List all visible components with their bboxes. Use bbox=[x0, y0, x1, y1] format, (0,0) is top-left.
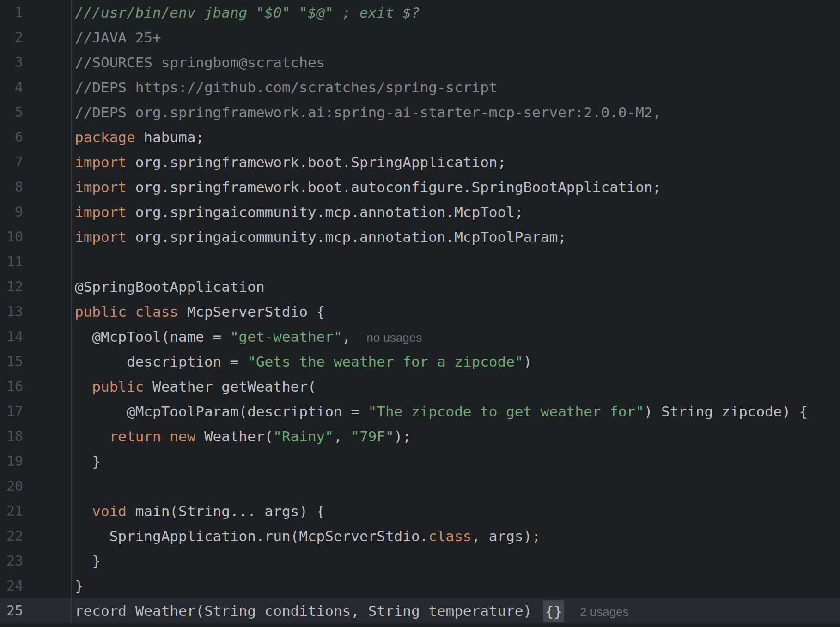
code-line-content[interactable]: //DEPS https://github.com/scratches/spri… bbox=[72, 75, 840, 100]
gutter[interactable]: 5 bbox=[0, 100, 72, 125]
gutter[interactable]: 15 bbox=[0, 349, 72, 374]
gutter[interactable]: 3 bbox=[0, 50, 72, 75]
code-token: , bbox=[334, 428, 351, 445]
code-line-content[interactable]: } bbox=[72, 549, 840, 573]
gutter[interactable]: 8 bbox=[0, 175, 72, 199]
gutter[interactable]: 22 bbox=[0, 524, 72, 549]
code-line-content[interactable]: public Weather getWeather( bbox=[72, 374, 840, 399]
folded-code-region[interactable]: {} bbox=[543, 600, 564, 622]
code-line: 7import org.springframework.boot.SpringA… bbox=[0, 150, 840, 175]
gutter[interactable]: 16 bbox=[0, 374, 72, 399]
gutter[interactable]: 24 bbox=[0, 573, 72, 598]
line-number[interactable]: 18 bbox=[0, 424, 23, 449]
code-line-content[interactable] bbox=[72, 474, 840, 499]
code-line-content[interactable]: @SpringBootApplication bbox=[72, 274, 840, 299]
line-number[interactable]: 13 bbox=[0, 299, 23, 324]
line-number[interactable]: 17 bbox=[0, 399, 23, 424]
gutter[interactable]: 11 bbox=[0, 249, 72, 274]
line-number[interactable]: 11 bbox=[0, 249, 23, 274]
gutter[interactable]: 25 bbox=[0, 598, 72, 623]
line-number[interactable]: 12 bbox=[0, 274, 23, 299]
line-number[interactable]: 24 bbox=[0, 573, 23, 598]
code-line-content[interactable] bbox=[72, 249, 840, 274]
code-token: main(String... args) { bbox=[127, 503, 325, 519]
code-token: @McpToolParam(description = bbox=[75, 403, 368, 420]
code-line-content[interactable]: SpringApplication.run(McpServerStdio.cla… bbox=[72, 524, 840, 549]
code-token: "79F" bbox=[351, 428, 394, 445]
code-line-content[interactable]: description = "Gets the weather for a zi… bbox=[72, 349, 840, 374]
code-line-content[interactable]: public class McpServerStdio { bbox=[72, 299, 840, 324]
line-number[interactable]: 8 bbox=[0, 175, 23, 199]
gutter[interactable]: 2 bbox=[0, 25, 72, 50]
code-token: Weather getWeather( bbox=[144, 378, 316, 395]
code-line-content[interactable]: ///usr/bin/env jbang "$0" "$@" ; exit $? bbox=[72, 0, 840, 25]
gutter[interactable]: 9 bbox=[0, 199, 72, 224]
code-line-content[interactable]: //JAVA 25+ bbox=[72, 25, 840, 50]
code-line-content[interactable]: return new Weather("Rainy", "79F"); bbox=[72, 424, 840, 449]
code-token: org.springframework.boot.SpringApplicati… bbox=[127, 154, 506, 170]
code-line-content[interactable]: record Weather(String conditions, String… bbox=[72, 598, 840, 623]
code-token: org.springframework.boot.autoconfigure.S… bbox=[127, 179, 661, 195]
gutter[interactable]: 10 bbox=[0, 224, 72, 249]
usages-inlay-hint[interactable]: no usages bbox=[366, 331, 422, 344]
code-line-content[interactable]: import org.springaicommunity.mcp.annotat… bbox=[72, 224, 840, 249]
line-number[interactable]: 1 bbox=[0, 0, 23, 25]
code-line-content[interactable]: package habuma; bbox=[72, 125, 840, 150]
gutter[interactable]: 20 bbox=[0, 474, 72, 499]
usages-inlay-hint[interactable]: 2 usages bbox=[580, 605, 629, 619]
gutter[interactable]: 6 bbox=[0, 125, 72, 150]
code-line: 9import org.springaicommunity.mcp.annota… bbox=[0, 199, 840, 224]
line-number[interactable]: 9 bbox=[0, 199, 23, 224]
code-line-content[interactable]: @McpToolParam(description = "The zipcode… bbox=[72, 399, 840, 424]
code-line-content[interactable]: //SOURCES springbom@scratches bbox=[72, 50, 840, 75]
line-number[interactable]: 5 bbox=[0, 100, 23, 125]
code-token: SpringApplication.run(McpServerStdio. bbox=[75, 528, 428, 544]
gutter[interactable]: 13 bbox=[0, 299, 72, 324]
code-token: import bbox=[75, 204, 127, 220]
code-token: "get-weather" bbox=[230, 328, 342, 345]
code-token: org.springaicommunity.mcp.annotation.Mcp… bbox=[127, 204, 523, 220]
line-number[interactable]: 6 bbox=[0, 125, 23, 150]
line-number[interactable]: 21 bbox=[0, 499, 23, 524]
code-line-content[interactable]: } bbox=[72, 449, 840, 474]
gutter[interactable]: 17 bbox=[0, 399, 72, 424]
gutter[interactable]: 23 bbox=[0, 549, 72, 573]
line-number[interactable]: 2 bbox=[0, 25, 23, 50]
gutter[interactable]: 4 bbox=[0, 75, 72, 100]
code-line-content[interactable]: } bbox=[72, 573, 840, 598]
line-number[interactable]: 7 bbox=[0, 150, 23, 175]
gutter[interactable]: 14 bbox=[0, 324, 72, 349]
gutter[interactable]: 12 bbox=[0, 274, 72, 299]
line-number[interactable]: 20 bbox=[0, 474, 23, 499]
code-line-content[interactable]: import org.springframework.boot.autoconf… bbox=[72, 175, 840, 199]
code-editor[interactable]: 1///usr/bin/env jbang "$0" "$@" ; exit $… bbox=[0, 0, 840, 627]
code-line: 24} bbox=[0, 573, 840, 598]
line-number[interactable]: 15 bbox=[0, 349, 23, 374]
line-number[interactable]: 23 bbox=[0, 549, 23, 573]
line-number[interactable]: 3 bbox=[0, 50, 23, 75]
gutter[interactable]: 19 bbox=[0, 449, 72, 474]
code-token: @McpTool(name = bbox=[75, 328, 230, 345]
code-token: org.springaicommunity.mcp.annotation.Mcp… bbox=[127, 229, 566, 245]
gutter[interactable]: 18 bbox=[0, 424, 72, 449]
gutter[interactable]: 7 bbox=[0, 150, 72, 175]
line-number[interactable]: 14 bbox=[0, 324, 23, 349]
code-line-content[interactable]: import org.springframework.boot.SpringAp… bbox=[72, 150, 840, 175]
code-line: 1///usr/bin/env jbang "$0" "$@" ; exit $… bbox=[0, 0, 840, 25]
line-number[interactable]: 4 bbox=[0, 75, 23, 100]
code-line: 22 SpringApplication.run(McpServerStdio.… bbox=[0, 524, 840, 549]
line-number[interactable]: 25 bbox=[0, 598, 23, 623]
line-number[interactable]: 10 bbox=[0, 224, 23, 249]
code-line-content[interactable]: import org.springaicommunity.mcp.annotat… bbox=[72, 199, 840, 224]
code-line-content[interactable]: void main(String... args) { bbox=[72, 499, 840, 524]
code-line: 13public class McpServerStdio { bbox=[0, 299, 840, 324]
code-token: , bbox=[342, 328, 351, 345]
line-number[interactable]: 22 bbox=[0, 524, 23, 549]
gutter[interactable]: 21 bbox=[0, 499, 72, 524]
code-line-content[interactable]: @McpTool(name = "get-weather",no usages bbox=[72, 324, 840, 349]
line-number[interactable]: 16 bbox=[0, 374, 23, 399]
gutter[interactable]: 1 bbox=[0, 0, 72, 25]
line-number[interactable]: 19 bbox=[0, 449, 23, 474]
code-line: 19 } bbox=[0, 449, 840, 474]
code-line-content[interactable]: //DEPS org.springframework.ai:spring-ai-… bbox=[72, 100, 840, 125]
